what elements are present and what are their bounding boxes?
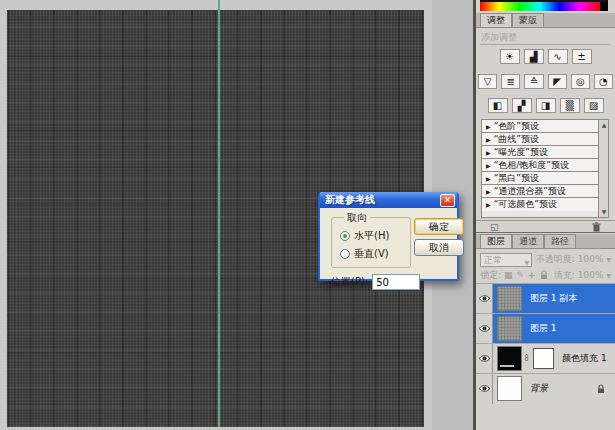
trash-icon — [592, 222, 601, 232]
exposure-icon[interactable]: ± — [572, 49, 592, 64]
fill-layer-thumbnail[interactable] — [497, 346, 522, 371]
color-ramp[interactable] — [480, 0, 608, 11]
disclosure-triangle-icon[interactable]: ▶ — [486, 136, 491, 143]
preset-exposure[interactable]: ▶ “曝光度”预设 — [482, 146, 599, 159]
levels-icon[interactable]: ▟ — [524, 49, 544, 64]
chevron-down-icon[interactable]: ▼ — [606, 272, 611, 279]
presets-scrollbar[interactable]: ▲ ▼ — [598, 120, 608, 217]
layer-row-background[interactable]: 背景 — [476, 373, 615, 403]
visibility-cell[interactable] — [476, 284, 493, 314]
preset-curves[interactable]: ▶ “曲线”预设 — [482, 133, 599, 146]
disclosure-triangle-icon[interactable]: ▶ — [486, 201, 491, 208]
preset-label: “色阶”预设 — [494, 121, 539, 132]
preset-levels[interactable]: ▶ “色阶”预设 — [482, 120, 599, 133]
preset-label: “曝光度”预设 — [494, 147, 548, 158]
posterize-icon[interactable]: ▞ — [512, 98, 532, 113]
layer-name[interactable]: 图层 1 — [530, 322, 557, 335]
color-balance-icon[interactable]: ≙ — [524, 74, 543, 89]
invert-icon[interactable]: ◧ — [488, 98, 508, 113]
tab-masks[interactable]: 蒙版 — [512, 13, 544, 27]
photo-filter-icon[interactable]: ◎ — [571, 74, 590, 89]
lock-position-icon[interactable]: + — [528, 270, 536, 280]
tab-paths[interactable]: 路径 — [544, 234, 576, 248]
eye-icon — [478, 324, 491, 333]
dialog-title: 新建参考线 — [325, 193, 375, 207]
radio-vertical[interactable] — [340, 249, 350, 259]
horizontal-label: 水平(H) — [354, 229, 389, 243]
brightness-contrast-icon[interactable]: ☀ — [500, 49, 520, 64]
scroll-down-arrow-icon[interactable]: ▼ — [599, 207, 609, 217]
disclosure-triangle-icon[interactable]: ▶ — [486, 175, 491, 182]
adjustment-icons-row-2: ▽ ≣ ≙ ◤ ◎ ◔ — [476, 74, 615, 89]
color-spectrum-bar[interactable] — [480, 2, 600, 11]
disclosure-triangle-icon[interactable]: ▶ — [486, 149, 491, 156]
fill-label: 填充: — [554, 270, 575, 280]
cancel-button[interactable]: 取消 — [414, 239, 464, 256]
layer-name[interactable]: 背景 — [530, 382, 548, 395]
threshold-icon[interactable]: ◨ — [536, 98, 556, 113]
color-spectrum-black-swatch[interactable] — [600, 2, 608, 11]
layer-name[interactable]: 颜色填充 1 — [562, 352, 607, 365]
hue-saturation-icon[interactable]: ≣ — [501, 74, 520, 89]
lock-all-icon[interactable] — [540, 270, 548, 280]
layer-thumbnail[interactable] — [497, 286, 522, 311]
vibrance-icon[interactable]: ▽ — [478, 74, 497, 89]
preset-label: “曲线”预设 — [494, 134, 539, 145]
fill-control[interactable]: 填充: 100% ▼ — [554, 269, 611, 282]
lock-icons: ▦ ✎ + — [504, 270, 548, 280]
blend-row: 正常 ▼ 不透明度: 100% ▼ — [480, 252, 611, 267]
opacity-value[interactable]: 100% — [578, 254, 604, 264]
layer-mask-thumbnail[interactable] — [533, 348, 554, 369]
presets-list: ▶ “色阶”预设 ▶ “曲线”预设 ▶ “曝光度”预设 ▶ “色相/饱和度”预设… — [481, 119, 609, 218]
preset-selective-color[interactable]: ▶ “可选颜色”预设 — [482, 198, 599, 211]
layer-thumbnail[interactable] — [497, 316, 522, 341]
tab-layers[interactable]: 图层 — [480, 234, 512, 248]
horizontal-option[interactable]: 水平(H) — [340, 229, 389, 243]
visibility-cell[interactable] — [476, 314, 493, 344]
close-button[interactable]: ✕ — [440, 194, 455, 207]
layer-row-color-fill[interactable]: 8 颜色填充 1 — [476, 343, 615, 373]
visibility-cell[interactable] — [476, 374, 493, 404]
disclosure-triangle-icon[interactable]: ▶ — [486, 123, 491, 130]
tab-channels[interactable]: 通道 — [512, 234, 544, 248]
layers-tabbar: 图层 通道 路径 — [476, 234, 615, 249]
vertical-guide-line[interactable] — [218, 0, 220, 427]
vertical-option[interactable]: 垂直(V) — [340, 247, 389, 261]
radio-horizontal[interactable] — [340, 231, 350, 241]
lock-label: 锁定: — [480, 269, 501, 282]
ok-button[interactable]: 确定 — [414, 218, 464, 235]
gradient-map-icon[interactable]: ▒ — [560, 98, 580, 113]
opacity-control[interactable]: 不透明度: 100% ▼ — [536, 253, 611, 266]
black-white-icon[interactable]: ◤ — [548, 74, 567, 89]
disclosure-triangle-icon[interactable]: ▶ — [486, 162, 491, 169]
selective-color-icon[interactable]: ▨ — [584, 98, 604, 113]
trash-icon[interactable] — [592, 222, 601, 232]
position-input[interactable] — [372, 274, 420, 290]
layer-row-layer1-copy[interactable]: 图层 1 副本 — [476, 283, 615, 313]
new-guide-dialog: 新建参考线 ✕ 取向 水平(H) 垂直(V) 位置(P): 确定 取消 — [318, 192, 459, 281]
curves-icon[interactable]: ∿ — [548, 49, 568, 64]
fill-value[interactable]: 100% — [578, 270, 604, 280]
preset-hue-saturation[interactable]: ▶ “色相/饱和度”预设 — [482, 159, 599, 172]
scroll-up-arrow-icon[interactable]: ▲ — [599, 120, 609, 130]
layer-name[interactable]: 图层 1 副本 — [530, 292, 577, 305]
opacity-label: 不透明度: — [536, 254, 575, 264]
link-icon[interactable]: 8 — [525, 354, 529, 363]
layer-list: 图层 1 副本 图层 1 8 颜色填充 1 — [476, 283, 615, 403]
preset-label: “色相/饱和度”预设 — [494, 160, 569, 171]
lock-pixels-icon[interactable]: ✎ — [517, 270, 525, 280]
lock-transparency-icon[interactable]: ▦ — [504, 270, 513, 280]
tab-adjustments[interactable]: 调整 — [480, 13, 512, 27]
preset-channel-mixer[interactable]: ▶ “通道混合器”预设 — [482, 185, 599, 198]
layer-thumbnail[interactable] — [497, 376, 522, 401]
disclosure-triangle-icon[interactable]: ▶ — [486, 188, 491, 195]
blend-mode-select[interactable]: 正常 ▼ — [480, 253, 532, 267]
dialog-titlebar[interactable]: 新建参考线 ✕ — [320, 192, 457, 208]
chevron-down-icon[interactable]: ▼ — [606, 256, 611, 263]
channel-mixer-icon[interactable]: ◔ — [594, 74, 613, 89]
layer-row-layer1[interactable]: 图层 1 — [476, 313, 615, 343]
visibility-cell[interactable] — [476, 344, 493, 374]
preset-black-white[interactable]: ▶ “黑白”预设 — [482, 172, 599, 185]
preset-label: “通道混合器”预设 — [494, 186, 566, 197]
expanded-view-icon[interactable]: ◱ — [490, 222, 499, 232]
